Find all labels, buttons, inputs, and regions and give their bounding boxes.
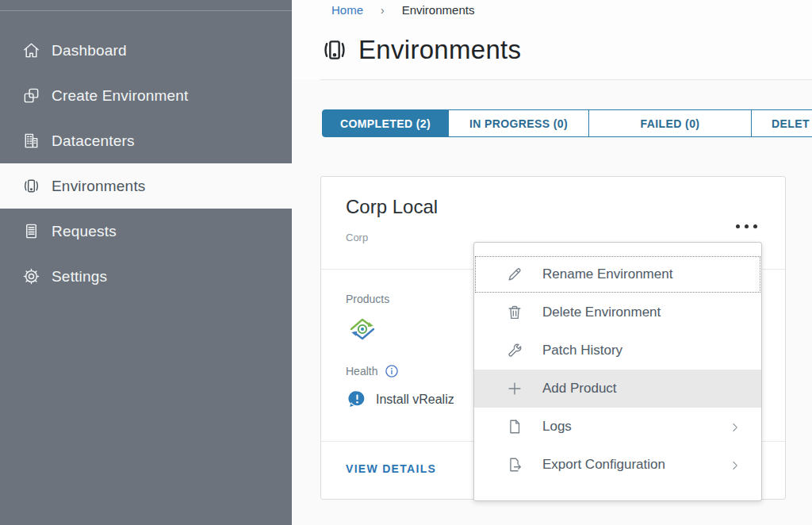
page-title: Environments bbox=[358, 35, 521, 65]
export-icon bbox=[506, 456, 523, 473]
menu-item-label: Export Configuration bbox=[542, 457, 665, 473]
view-details-link[interactable]: VIEW DETAILS bbox=[346, 462, 436, 475]
health-alert-text: Install vRealiz bbox=[376, 393, 454, 407]
document-icon bbox=[22, 222, 40, 240]
sidebar-item-label: Datacenters bbox=[52, 132, 135, 150]
sidebar-item-requests[interactable]: Requests bbox=[0, 209, 292, 254]
sidebar-item-environments[interactable]: Environments bbox=[0, 163, 292, 209]
status-filter-tabs: COMPLETED (2) IN PROGRESS (0) FAILED (0)… bbox=[322, 109, 812, 137]
sidebar-item-settings[interactable]: Settings bbox=[0, 254, 292, 299]
sidebar-item-label: Create Environment bbox=[52, 87, 189, 105]
environment-icon bbox=[22, 177, 40, 195]
sidebar-item-create-environment[interactable]: Create Environment bbox=[0, 73, 292, 118]
page-title-row: Environments bbox=[321, 35, 521, 65]
sidebar-item-label: Requests bbox=[52, 223, 117, 240]
tab-failed[interactable]: FAILED (0) bbox=[588, 109, 752, 137]
home-icon bbox=[22, 41, 40, 59]
menu-item-rename-environment[interactable]: Rename Environment bbox=[474, 255, 761, 293]
gear-icon bbox=[22, 267, 40, 285]
card-context-menu: Rename Environment Delete Environment Pa… bbox=[473, 242, 762, 501]
menu-item-label: Delete Environment bbox=[542, 305, 661, 320]
environment-card-title: Corp Local bbox=[346, 196, 438, 218]
sidebar-item-label: Environments bbox=[52, 178, 146, 195]
sidebar: Dashboard Create Environment Datacenters… bbox=[0, 0, 292, 525]
vrealize-product-icon[interactable] bbox=[345, 312, 380, 347]
card-actions-menu-button[interactable] bbox=[736, 218, 763, 234]
health-row: Health bbox=[346, 364, 399, 378]
sidebar-item-label: Dashboard bbox=[52, 42, 127, 59]
trash-icon bbox=[506, 304, 523, 321]
tab-completed[interactable]: COMPLETED (2) bbox=[322, 109, 449, 137]
clone-icon bbox=[22, 86, 40, 105]
breadcrumb: Home › Environments bbox=[331, 3, 474, 17]
file-icon bbox=[506, 418, 523, 435]
breadcrumb-separator-icon: › bbox=[381, 4, 385, 17]
menu-item-patch-history[interactable]: Patch History bbox=[474, 331, 761, 370]
products-label: Products bbox=[346, 293, 389, 305]
menu-item-add-product[interactable]: Add Product bbox=[474, 370, 761, 408]
tab-in-progress[interactable]: IN PROGRESS (0) bbox=[448, 109, 589, 137]
sidebar-top-divider bbox=[0, 10, 292, 11]
pencil-icon bbox=[506, 266, 523, 283]
tab-deleted[interactable]: DELET bbox=[751, 109, 812, 137]
environment-card-subtitle: Corp bbox=[346, 232, 368, 243]
chevron-right-icon bbox=[730, 459, 741, 470]
menu-item-logs[interactable]: Logs bbox=[474, 408, 761, 446]
ellipsis-icon bbox=[736, 224, 740, 228]
building-icon bbox=[22, 132, 40, 150]
menu-item-delete-environment[interactable]: Delete Environment bbox=[474, 293, 761, 331]
main-content: Home › Environments Environments COMPLET… bbox=[292, 0, 812, 525]
wrench-icon bbox=[506, 342, 523, 359]
title-divider bbox=[320, 79, 812, 80]
menu-item-export-configuration[interactable]: Export Configuration bbox=[474, 446, 761, 484]
chevron-right-icon bbox=[730, 421, 741, 432]
info-circle-icon[interactable] bbox=[385, 364, 399, 378]
sidebar-item-label: Settings bbox=[52, 268, 107, 285]
plus-icon bbox=[506, 380, 523, 397]
health-label: Health bbox=[346, 365, 377, 377]
health-alert-row[interactable]: Install vRealiz bbox=[347, 389, 454, 409]
menu-item-label: Rename Environment bbox=[542, 266, 672, 282]
environment-icon bbox=[321, 36, 348, 64]
sidebar-item-datacenters[interactable]: Datacenters bbox=[0, 118, 292, 163]
breadcrumb-current: Environments bbox=[402, 3, 475, 17]
sidebar-nav: Dashboard Create Environment Datacenters… bbox=[0, 28, 292, 299]
sidebar-item-dashboard[interactable]: Dashboard bbox=[0, 28, 292, 73]
menu-item-label: Logs bbox=[542, 419, 572, 435]
breadcrumb-home-link[interactable]: Home bbox=[331, 3, 363, 17]
menu-item-label: Patch History bbox=[542, 343, 622, 358]
alert-bubble-icon bbox=[347, 389, 367, 409]
menu-item-label: Add Product bbox=[542, 381, 617, 397]
